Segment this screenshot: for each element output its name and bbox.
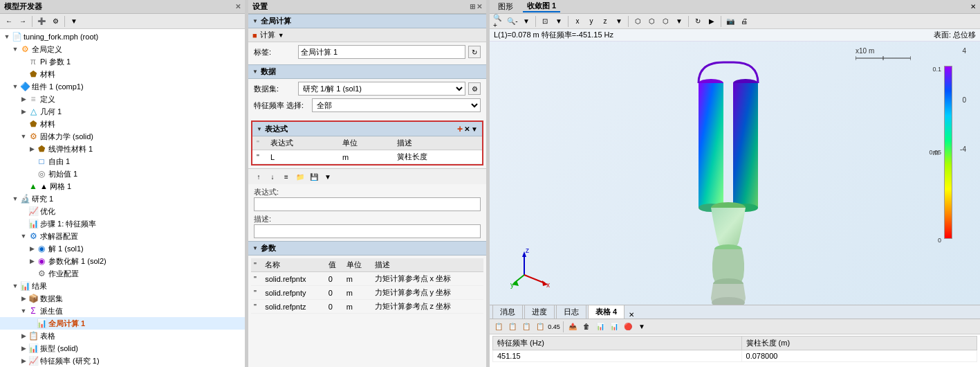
- axis-x[interactable]: x: [571, 15, 584, 28]
- dataset-select[interactable]: 研究 1/解 1 (sol1): [298, 82, 465, 96]
- tree-item-sol2[interactable]: ▶ ◉ 参数化解 1 (sol2): [0, 255, 245, 267]
- expand-solid[interactable]: ▼: [19, 132, 28, 141]
- view-ortho[interactable]: ⬡: [645, 15, 658, 28]
- expr-more2-button[interactable]: ▼: [322, 170, 334, 183]
- screenshot-button[interactable]: 📷: [724, 15, 737, 28]
- table-export[interactable]: 📤: [566, 321, 579, 333]
- tree-item-global-eval[interactable]: ▶ 📊 全局计算 1: [0, 317, 245, 330]
- zoom-out-button[interactable]: 🔍-: [506, 15, 519, 28]
- expr-folder-button[interactable]: 📁: [294, 170, 306, 183]
- tree-item-tables[interactable]: ▶ 📋 表格: [0, 330, 245, 342]
- tree-item-global[interactable]: ▼ ⚙ 全局定义: [0, 43, 245, 55]
- tree-item-sol1[interactable]: ▶ ◉ 解 1 (sol1): [0, 242, 245, 255]
- expand-plots-solid[interactable]: ▶: [19, 344, 28, 352]
- expr-indent-button[interactable]: ≡: [280, 170, 293, 183]
- axis-z[interactable]: z: [599, 15, 611, 28]
- expr-up-button[interactable]: ↑: [252, 170, 265, 183]
- left-panel-close[interactable]: ✕: [235, 3, 241, 10]
- tree-item-mat1[interactable]: ▶ ⬟ 线弹性材料 1: [0, 143, 245, 155]
- zoom-in-button[interactable]: 🔍+: [492, 15, 505, 28]
- expr-row-1[interactable]: " L m 簧柱长度: [252, 150, 482, 164]
- expand-sol2[interactable]: ▶: [28, 257, 36, 265]
- tree-item-pi[interactable]: ▶ π Pi 参数 1: [0, 55, 245, 68]
- table-btn3[interactable]: 📋: [520, 321, 533, 333]
- table-val[interactable]: 0.45: [548, 321, 560, 333]
- table-clear[interactable]: 🗑: [580, 321, 593, 333]
- add-node-button[interactable]: ➕: [35, 15, 48, 28]
- expr-delete-button[interactable]: ✕: [464, 125, 470, 133]
- tree-item-derived[interactable]: ▼ Σ 派生值: [0, 305, 245, 317]
- label-input[interactable]: [298, 45, 465, 59]
- graphics-area[interactable]: x10 m 4 0 -4 0.1: [490, 42, 980, 305]
- collapse-button[interactable]: ▼: [68, 15, 80, 28]
- close-tab4[interactable]: ✕: [629, 311, 634, 319]
- expr-field-input[interactable]: [254, 197, 481, 211]
- expand-datasets[interactable]: ▶: [19, 294, 28, 303]
- tree-item-results[interactable]: ▼ 📊 结果: [0, 280, 245, 292]
- expand-results[interactable]: ▼: [11, 282, 19, 290]
- tree-item-materials-comp[interactable]: ▶ ⬟ 材料: [0, 118, 245, 130]
- view-persp[interactable]: ⬡: [631, 15, 644, 28]
- anim-button[interactable]: ▶: [705, 15, 718, 28]
- print-button[interactable]: 🖨: [738, 15, 750, 28]
- tab-messages[interactable]: 消息: [492, 305, 523, 319]
- tab-log[interactable]: 日志: [556, 305, 586, 319]
- tree-item-datasets[interactable]: ▶ 📦 数据集: [0, 292, 245, 305]
- expand-eigen-freq[interactable]: ▶: [19, 357, 28, 365]
- tree-item-eigen-freq[interactable]: ▶ 📈 特征频率 (研究 1): [0, 355, 245, 367]
- table-highlight[interactable]: 🔴: [622, 321, 634, 333]
- graphics-close[interactable]: ✕: [970, 3, 976, 10]
- tree-item-opt[interactable]: ▶ 📈 优化: [0, 205, 245, 217]
- gfx-more1[interactable]: ▼: [553, 15, 565, 28]
- tree-item-job[interactable]: ▶ ⚙ 作业配置: [0, 267, 245, 280]
- label-reset-button[interactable]: ↻: [468, 46, 481, 58]
- expand-derived[interactable]: ▼: [19, 307, 28, 315]
- axis-more[interactable]: ▼: [613, 15, 625, 28]
- table-view1[interactable]: 📊: [594, 321, 607, 333]
- node-settings-button[interactable]: ⚙: [49, 15, 62, 28]
- expand-file[interactable]: ▼: [3, 33, 11, 41]
- expand-comp1[interactable]: ▼: [11, 82, 19, 91]
- tree-item-free1[interactable]: ▶ □ 自由 1: [0, 155, 245, 168]
- expand-study1[interactable]: ▼: [11, 195, 19, 203]
- expand-defs[interactable]: ▶: [19, 95, 28, 103]
- fit-button[interactable]: ⊡: [539, 15, 551, 28]
- table-btn4[interactable]: 📋: [534, 321, 546, 333]
- expand-global[interactable]: ▼: [11, 45, 19, 53]
- expand-solver-cfg[interactable]: ▼: [19, 232, 28, 240]
- table-btn1[interactable]: 📋: [492, 321, 505, 333]
- tree-item-file[interactable]: ▼ 📄 tuning_fork.mph (root): [0, 30, 245, 43]
- view-front[interactable]: ⬡: [659, 15, 672, 28]
- tab-graphics[interactable]: 图形: [494, 1, 517, 12]
- expr-more-button[interactable]: ▼: [471, 125, 478, 133]
- tree-item-study1[interactable]: ▼ 🔬 研究 1: [0, 193, 245, 205]
- back-button[interactable]: ←: [3, 15, 15, 28]
- params-row-1[interactable]: " solid.refpntx 0 m 力矩计算参考点 x 坐标: [251, 272, 483, 286]
- gfx-more2[interactable]: ▼: [673, 15, 685, 28]
- tab-convergence[interactable]: 收敛图 1: [523, 1, 560, 12]
- expand-tables[interactable]: ▶: [19, 332, 28, 340]
- tree-item-solver-cfg[interactable]: ▼ ⚙ 求解器配置: [0, 230, 245, 242]
- dataset-settings-button[interactable]: ⚙: [468, 82, 481, 95]
- tree-item-mesh1[interactable]: ▶ ▲ ▲ 网格 1: [0, 180, 245, 193]
- expr-add-button[interactable]: +: [457, 123, 463, 134]
- render-mode[interactable]: ↻: [692, 15, 704, 28]
- tree-item-init1[interactable]: ▶ ◎ 初始值 1: [0, 168, 245, 180]
- params-row-2[interactable]: " solid.refpnty 0 m 力矩计算参考点 y 坐标: [251, 286, 483, 300]
- middle-panel-collapse[interactable]: ⊞: [470, 3, 475, 10]
- tree-item-step1[interactable]: ▶ 📊 步骤 1: 特征频率: [0, 217, 245, 230]
- params-row-3[interactable]: " solid.refpntz 0 m 力矩计算参考点 z 坐标: [251, 300, 483, 314]
- tree-item-comp1[interactable]: ▼ 🔷 组件 1 (comp1): [0, 80, 245, 93]
- table-view2[interactable]: 📊: [608, 321, 620, 333]
- desc-field-input[interactable]: [254, 224, 481, 238]
- tree-item-plots-solid[interactable]: ▶ 📊 振型 (solid): [0, 342, 245, 355]
- tab-table4[interactable]: 表格 4: [588, 305, 625, 319]
- eigenfreq-select[interactable]: 全部: [312, 98, 481, 112]
- tree-item-geom1[interactable]: ▶ △ 几何 1: [0, 105, 245, 118]
- middle-panel-close[interactable]: ✕: [477, 3, 482, 10]
- axis-y[interactable]: y: [585, 15, 598, 28]
- expr-down-button[interactable]: ↓: [266, 170, 279, 183]
- zoom-dropdown[interactable]: ▼: [520, 15, 533, 28]
- table-more[interactable]: ▼: [636, 321, 648, 333]
- tree-item-solid[interactable]: ▼ ⚙ 固体力学 (solid): [0, 130, 245, 143]
